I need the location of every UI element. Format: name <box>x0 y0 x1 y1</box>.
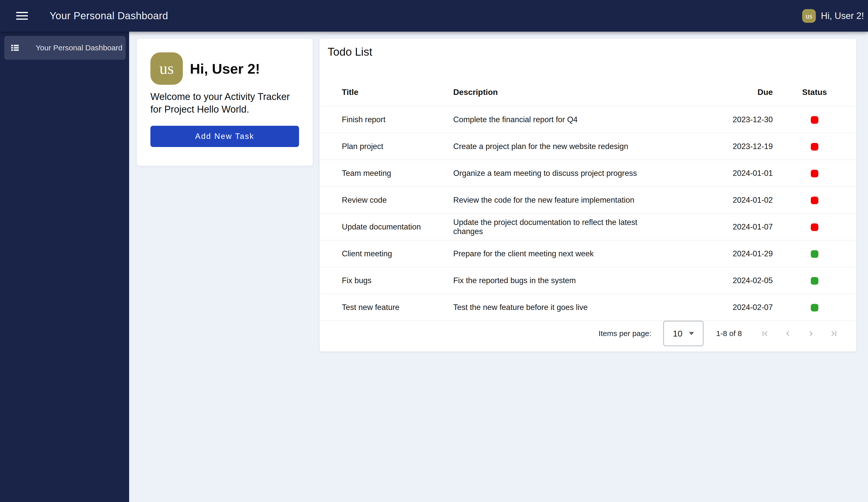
menu-button[interactable] <box>16 10 28 22</box>
column-header-due: Due <box>666 62 773 106</box>
list-icon <box>10 43 20 52</box>
status-indicator <box>811 304 818 312</box>
status-indicator <box>811 143 818 150</box>
status-indicator <box>811 170 818 177</box>
todo-table-body: Finish report Complete the financial rep… <box>320 106 856 321</box>
table-row: Team meeting Organize a team meeting to … <box>320 160 856 187</box>
items-per-page-label: Items per page: <box>599 329 651 338</box>
previous-page-button[interactable] <box>782 327 794 339</box>
status-indicator <box>811 250 818 258</box>
first-page-icon <box>761 329 769 338</box>
welcome-message: Welcome to your Activity Tracker for Pro… <box>151 90 299 116</box>
welcome-heading: Hi, User 2! <box>190 61 260 77</box>
user-avatar-large: us <box>151 52 183 85</box>
todo-list-title: Todo List <box>328 46 856 57</box>
table-row: Client meeting Prepare for the client me… <box>320 240 856 267</box>
last-page-button[interactable] <box>827 327 840 339</box>
status-indicator <box>811 223 818 231</box>
user-avatar: us <box>802 9 816 23</box>
user-greeting: Hi, User 2! <box>821 11 864 21</box>
next-page-button[interactable] <box>805 327 817 339</box>
table-row: Update documentation Update the project … <box>320 213 856 240</box>
topbar: Your Personal Dashboard us Hi, User 2! <box>0 0 868 32</box>
triangle-down-icon <box>689 332 694 335</box>
column-header-title: Title <box>320 62 453 106</box>
first-page-button[interactable] <box>759 327 771 339</box>
status-indicator <box>811 197 818 204</box>
chevron-right-icon <box>806 329 815 338</box>
table-row: Review code Review the code for the new … <box>320 187 856 213</box>
table-row: Fix bugs Fix the reported bugs in the sy… <box>320 267 856 294</box>
page-title: Your Personal Dashboard <box>50 10 168 21</box>
status-indicator <box>811 116 818 124</box>
status-indicator <box>811 277 818 285</box>
hamburger-icon <box>16 12 28 13</box>
last-page-icon <box>829 329 838 338</box>
welcome-card: us Hi, User 2! Welcome to your Activity … <box>136 39 313 166</box>
paginator: Items per page: 10 1-8 of 8 <box>320 321 856 346</box>
add-new-task-button[interactable]: Add New Task <box>151 126 299 147</box>
todo-card: Todo List Title Description Due Status F… <box>319 39 857 352</box>
todo-table: Title Description Due Status Finish repo… <box>320 62 856 321</box>
page-size-value: 10 <box>673 329 682 338</box>
column-header-status: Status <box>773 62 856 106</box>
page-range-label: 1-8 of 8 <box>716 329 742 338</box>
table-row: Plan project Create a project plan for t… <box>320 133 856 160</box>
table-header-row: Title Description Due Status <box>320 62 856 106</box>
table-row: Test new feature Test the new feature be… <box>320 294 856 321</box>
chevron-left-icon <box>784 329 792 338</box>
main-content: us Hi, User 2! Welcome to your Activity … <box>129 32 868 502</box>
sidebar-item-dashboard[interactable]: Your Personal Dashboard <box>4 36 126 60</box>
sidebar-item-label: Your Personal Dashboard <box>36 43 122 52</box>
column-header-description: Description <box>453 62 666 106</box>
table-row: Finish report Complete the financial rep… <box>320 106 856 133</box>
sidebar: Your Personal Dashboard <box>0 32 129 502</box>
page-size-select[interactable]: 10 <box>663 321 703 346</box>
